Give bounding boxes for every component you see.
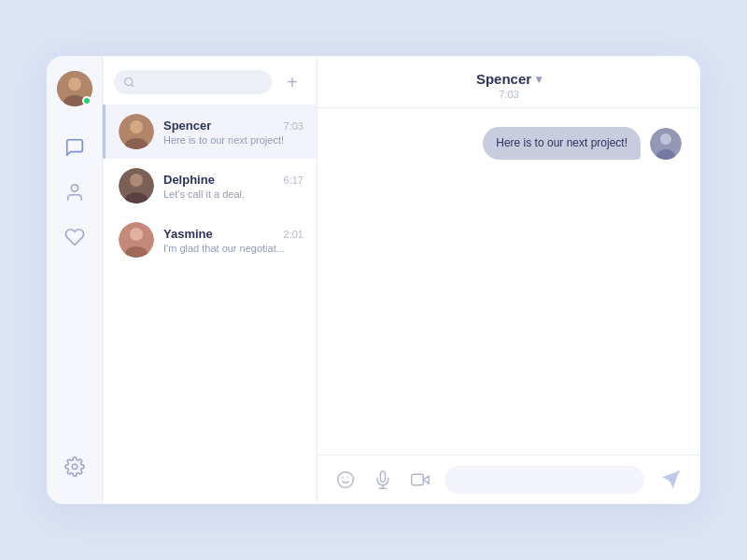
conv-name-yasmine: Yasmine	[163, 227, 213, 241]
svg-point-11	[130, 174, 143, 187]
conv-name-delphine: Delphine	[163, 173, 215, 187]
message-row-m1: Here is to our next project!	[336, 127, 682, 160]
msg-avatar-me	[650, 128, 682, 160]
chat-timestamp: 7:03	[499, 89, 518, 100]
nav-favorites-icon[interactable]	[58, 220, 92, 254]
emoji-button[interactable]	[332, 467, 359, 493]
user-avatar-wrapper[interactable]	[57, 71, 92, 106]
conversation-item-spencer[interactable]: Spencer 7:03 Here is to our next project…	[103, 105, 317, 159]
svg-line-6	[132, 84, 134, 86]
app-window: + Spencer 7:03 Here is to our	[47, 56, 700, 504]
online-indicator	[82, 96, 92, 105]
svg-marker-27	[662, 471, 679, 488]
conv-time-spencer: 7:03	[284, 120, 303, 132]
search-icon	[123, 76, 134, 89]
chat-input-row	[317, 455, 700, 504]
conversation-panel: + Spencer 7:03 Here is to our	[103, 56, 317, 504]
conv-time-delphine: 6:17	[284, 175, 303, 186]
conv-preview-yasmine: I'm glad that our negotiat...	[163, 243, 303, 254]
chevron-down-icon: ▾	[536, 73, 542, 86]
message-bubble-m1: Here is to our next project!	[483, 127, 641, 160]
conv-avatar-yasmine	[119, 222, 154, 258]
conv-preview-spencer: Here is to our next project!	[163, 134, 303, 146]
svg-point-17	[660, 133, 671, 145]
svg-rect-25	[412, 474, 424, 485]
svg-point-19	[338, 472, 354, 488]
chat-messages: Here is to our next project!	[317, 108, 700, 455]
chat-panel: Spencer ▾ 7:03 Here is to our next proje…	[317, 56, 700, 504]
conversation-item-yasmine[interactable]: Yasmine 2:01 I'm glad that our negotiat.…	[103, 213, 317, 267]
microphone-button[interactable]	[370, 467, 396, 493]
conv-time-yasmine: 2:01	[284, 229, 303, 240]
conv-info-spencer: Spencer 7:03 Here is to our next project…	[163, 119, 303, 146]
video-button[interactable]	[407, 467, 433, 493]
chat-contact-name[interactable]: Spencer ▾	[476, 71, 542, 87]
svg-point-1	[68, 77, 81, 91]
search-input-wrap[interactable]	[114, 70, 272, 94]
conv-info-delphine: Delphine 6:17 Let's call it a deal.	[163, 173, 303, 200]
search-input[interactable]	[140, 76, 262, 89]
conv-preview-delphine: Let's call it a deal.	[163, 189, 303, 200]
conv-avatar-spencer	[119, 114, 154, 149]
conversation-list: Spencer 7:03 Here is to our next project…	[103, 105, 317, 504]
conv-avatar-delphine	[119, 168, 154, 203]
svg-point-14	[130, 228, 143, 241]
chat-header: Spencer ▾ 7:03	[317, 56, 700, 108]
search-bar: +	[103, 56, 317, 105]
conv-name-spencer: Spencer	[163, 119, 211, 133]
svg-point-4	[72, 464, 78, 469]
conv-info-yasmine: Yasmine 2:01 I'm glad that our negotiat.…	[163, 227, 303, 254]
sidebar-nav	[47, 56, 103, 504]
nav-chat-icon[interactable]	[58, 131, 92, 164]
send-button[interactable]	[655, 465, 685, 495]
svg-point-8	[130, 120, 143, 133]
svg-point-3	[71, 185, 78, 191]
conversation-item-delphine[interactable]: Delphine 6:17 Let's call it a deal.	[103, 159, 317, 213]
settings-icon[interactable]	[58, 450, 92, 483]
add-conversation-button[interactable]: +	[279, 69, 305, 95]
chat-text-input[interactable]	[444, 466, 644, 494]
nav-contacts-icon[interactable]	[58, 175, 92, 209]
svg-marker-24	[423, 476, 429, 483]
